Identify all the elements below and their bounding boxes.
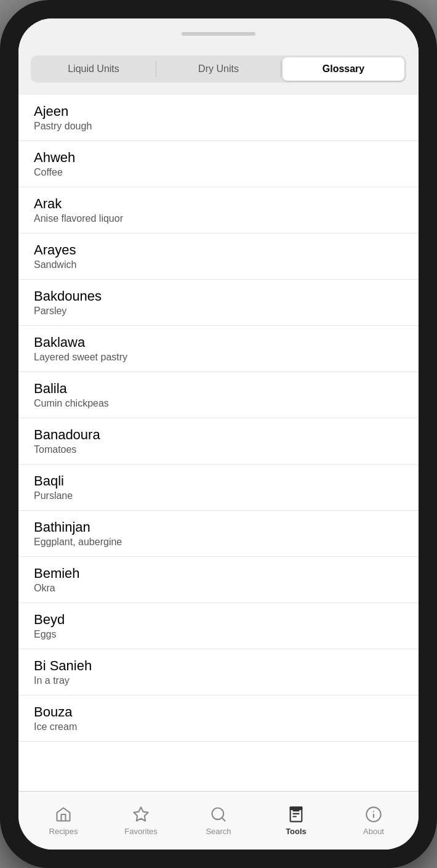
glossary-definition: Pastry dough (34, 121, 403, 132)
glossary-definition: In a tray (34, 675, 403, 686)
glossary-definition: Coffee (34, 167, 403, 178)
glossary-term: Arak (34, 196, 403, 212)
segment-liquid[interactable]: Liquid Units (33, 57, 154, 81)
content-area: Ajeen Pastry dough Ahweh Coffee Arak Ani… (18, 95, 419, 791)
glossary-item[interactable]: Balila Cumin chickpeas (18, 372, 419, 418)
glossary-term: Bouza (34, 704, 403, 720)
tab-search-label: Search (206, 827, 231, 836)
tools-icon (287, 805, 305, 824)
glossary-item[interactable]: Bakdounes Parsley (18, 280, 419, 326)
tab-about[interactable]: About (335, 800, 412, 841)
svg-rect-7 (291, 807, 302, 809)
tab-recipes-label: Recipes (49, 827, 78, 836)
glossary-item[interactable]: Ajeen Pastry dough (18, 95, 419, 141)
glossary-term: Balila (34, 381, 403, 397)
glossary-definition: Cumin chickpeas (34, 398, 403, 409)
glossary-term: Bathinjan (34, 519, 403, 535)
home-icon (54, 805, 73, 824)
glossary-definition: Eggs (34, 629, 403, 640)
glossary-definition: Purslane (34, 490, 403, 501)
tab-favorites[interactable]: Favorites (102, 800, 180, 841)
glossary-definition: Sandwich (34, 259, 403, 270)
glossary-item[interactable]: Bathinjan Eggplant, aubergine (18, 511, 419, 557)
tab-recipes[interactable]: Recipes (25, 800, 102, 841)
glossary-item[interactable]: Bouza Ice cream (18, 696, 419, 742)
glossary-term: Beyd (34, 612, 403, 628)
segment-divider-1 (156, 61, 156, 77)
phone-screen: Liquid Units Dry Units Glossary Ajeen Pa… (18, 18, 419, 850)
tab-about-label: About (363, 827, 384, 836)
glossary-definition: Layered sweet pastry (34, 352, 403, 363)
segment-dry[interactable]: Dry Units (158, 57, 279, 81)
glossary-item[interactable]: Ahweh Coffee (18, 141, 419, 187)
glossary-item[interactable]: Baklawa Layered sweet pastry (18, 326, 419, 372)
glossary-term: Banadoura (34, 427, 403, 443)
svg-marker-0 (134, 807, 148, 821)
glossary-item[interactable]: Baqli Purslane (18, 464, 419, 511)
glossary-term: Baqli (34, 473, 403, 489)
glossary-term: Baklawa (34, 335, 403, 351)
phone-frame: Liquid Units Dry Units Glossary Ajeen Pa… (0, 0, 437, 868)
glossary-item[interactable]: Beyd Eggs (18, 603, 419, 649)
glossary-item[interactable]: Arayes Sandwich (18, 233, 419, 280)
tab-search[interactable]: Search (180, 800, 257, 841)
glossary-term: Ajeen (34, 103, 403, 120)
top-area: Liquid Units Dry Units Glossary (18, 49, 419, 95)
status-bar-notch (182, 32, 255, 36)
tab-tools[interactable]: Tools (257, 800, 335, 841)
segment-divider-2 (281, 61, 281, 77)
search-icon (209, 805, 228, 824)
tab-tools-label: Tools (286, 827, 307, 836)
glossary-item[interactable]: Arak Anise flavored liquor (18, 187, 419, 233)
glossary-item[interactable]: Bi Sanieh In a tray (18, 649, 419, 696)
glossary-term: Bi Sanieh (34, 658, 403, 674)
glossary-definition: Ice cream (34, 721, 403, 732)
glossary-definition: Tomatoes (34, 444, 403, 455)
star-icon (132, 805, 150, 824)
svg-line-2 (222, 817, 225, 821)
info-icon (364, 805, 383, 824)
status-bar (18, 18, 419, 49)
glossary-item[interactable]: Bemieh Okra (18, 557, 419, 603)
glossary-term: Bemieh (34, 566, 403, 582)
glossary-definition: Okra (34, 583, 403, 594)
glossary-definition: Anise flavored liquor (34, 213, 403, 224)
glossary-item[interactable]: Banadoura Tomatoes (18, 418, 419, 464)
glossary-term: Ahweh (34, 150, 403, 166)
glossary-definition: Eggplant, aubergine (34, 537, 403, 548)
tab-bar: Recipes Favorites Search (18, 791, 419, 850)
segment-glossary[interactable]: Glossary (283, 57, 404, 81)
glossary-definition: Parsley (34, 306, 403, 317)
glossary-list: Ajeen Pastry dough Ahweh Coffee Arak Ani… (18, 95, 419, 742)
tab-favorites-label: Favorites (124, 827, 157, 836)
glossary-term: Arayes (34, 242, 403, 258)
segment-control: Liquid Units Dry Units Glossary (31, 55, 406, 83)
glossary-term: Bakdounes (34, 288, 403, 304)
